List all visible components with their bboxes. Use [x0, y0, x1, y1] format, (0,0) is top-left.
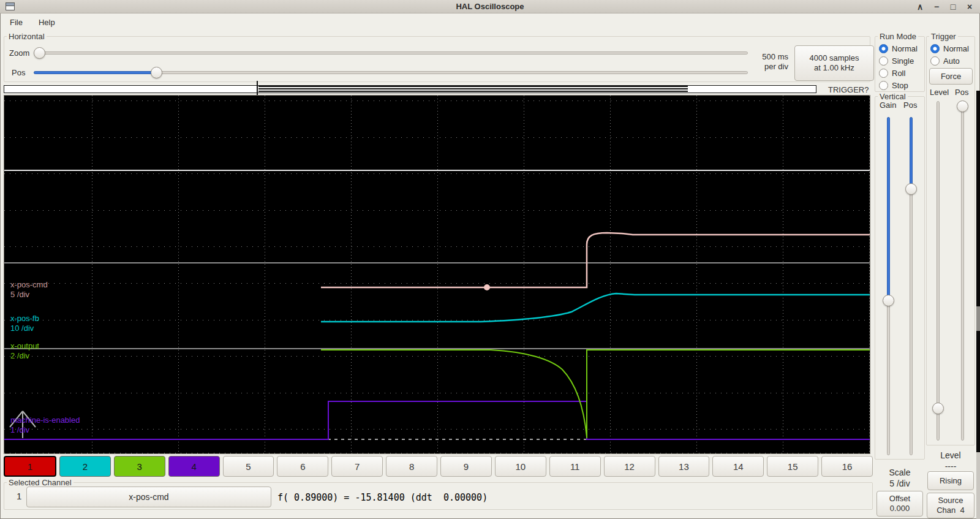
- menu-bar: File Help: [0, 14, 980, 31]
- trace-x-pos-cmd: [321, 233, 870, 287]
- horizontal-frame-label: Horizontal: [7, 32, 47, 41]
- channel-button-11[interactable]: 11: [549, 456, 601, 477]
- menu-help[interactable]: Help: [36, 16, 58, 29]
- vertical-frame: Vertical Gain Pos: [875, 96, 925, 460]
- scope-channel-label-x-pos-cmd: x-pos-cmd5 /div: [10, 280, 48, 300]
- selected-channel-number: 1: [17, 491, 21, 501]
- channel-button-16[interactable]: 16: [821, 456, 873, 477]
- scope-channel-label-machine-is-enabled: machine-is-enabled1 /div: [10, 415, 80, 435]
- gain-label: Gain: [880, 100, 896, 110]
- trigger-frame-label: Trigger: [929, 32, 958, 41]
- pos-slider-thumb[interactable]: [151, 67, 162, 78]
- channel-button-13[interactable]: 13: [658, 456, 710, 477]
- trigger-status-label: TRIGGER?: [828, 85, 869, 94]
- maximize-icon[interactable]: □: [948, 1, 959, 12]
- record-progress-fill: [258, 86, 688, 93]
- trigger-pos-slider[interactable]: [961, 101, 964, 441]
- radio-icon: [879, 56, 888, 66]
- channel-button-10[interactable]: 10: [495, 456, 546, 477]
- horizontal-frame: Horizontal Zoom Pos: [4, 36, 870, 82]
- channel-button-8[interactable]: 8: [386, 456, 437, 477]
- sample-cursor-dot: [484, 284, 490, 290]
- channel-button-15[interactable]: 15: [767, 456, 818, 477]
- channel-value-readout: f( 0.89000) = -15.81400 (ddt 0.00000): [277, 492, 488, 503]
- selected-channel-frame: Selected Channel 1 x-pos-cmd f( 0.89000)…: [4, 482, 873, 510]
- force-button[interactable]: Force: [929, 68, 973, 85]
- trigger-pos-label: Pos: [955, 88, 968, 97]
- scale-readout: Scale 5 /div: [875, 467, 925, 489]
- channel-button-5[interactable]: 5: [223, 456, 274, 477]
- channel-button-12[interactable]: 12: [604, 456, 655, 477]
- channel-selector-row: 12345678910111213141516: [4, 456, 873, 477]
- radio-label: Single: [892, 56, 914, 66]
- radio-icon: [930, 56, 940, 66]
- trigger-level-slider-thumb[interactable]: [932, 403, 944, 414]
- menu-file[interactable]: File: [7, 16, 25, 29]
- selected-channel-frame-label: Selected Channel: [7, 478, 74, 487]
- record-progress-bar: [4, 85, 816, 93]
- time-per-div-readout: 500 ms per div: [750, 52, 788, 72]
- radio-label: Stop: [892, 81, 908, 90]
- window-icon: [6, 2, 15, 10]
- scope-channel-label-x-pos-fb: x-pos-fb10 /div: [10, 314, 39, 333]
- vertical-pos-slider-thumb[interactable]: [905, 183, 917, 195]
- radio-label: Normal: [892, 44, 918, 53]
- channel-button-7[interactable]: 7: [331, 456, 383, 477]
- channel-button-4[interactable]: 4: [168, 456, 220, 477]
- background-window-sliver: [976, 91, 980, 519]
- vertical-pos-slider-fill: [910, 117, 913, 189]
- trigger-frame: Trigger NormalAuto Force Level Pos: [926, 36, 975, 445]
- trace-machine-is-enabled: [4, 401, 870, 439]
- vertical-frame-label: Vertical: [878, 92, 908, 101]
- trigger-level-slider[interactable]: [937, 101, 940, 441]
- waveform-plot: [4, 96, 870, 453]
- close-icon[interactable]: ×: [964, 1, 975, 12]
- zoom-slider[interactable]: [34, 51, 748, 55]
- trigger-level-label: Level: [930, 88, 949, 97]
- trace-x-pos-fb: [321, 294, 870, 322]
- channel-button-14[interactable]: 14: [712, 456, 764, 477]
- channel-button-9[interactable]: 9: [440, 456, 492, 477]
- gain-slider-thumb[interactable]: [883, 295, 894, 306]
- window-title: HAL Oscilloscope: [0, 2, 980, 11]
- channel-button-1[interactable]: 1: [4, 456, 56, 477]
- trace-x-output: [321, 350, 870, 438]
- run-mode-option-single[interactable]: Single: [875, 55, 924, 67]
- run-mode-frame: Run Mode NormalSingleRollStop: [875, 36, 925, 92]
- scope-channel-label-x-output: x-output2 /div: [10, 341, 39, 361]
- run-mode-frame-label: Run Mode: [878, 32, 918, 41]
- scope-display: x-pos-cmd5 /divx-pos-fb10 /divx-output2 …: [4, 95, 870, 454]
- trigger-source-button[interactable]: Source Chan 4: [927, 493, 974, 518]
- minimize-icon[interactable]: −: [931, 1, 942, 12]
- radio-label: Normal: [943, 44, 969, 53]
- channel-button-2[interactable]: 2: [59, 456, 111, 477]
- trigger-level-readout: Level ----: [926, 450, 975, 472]
- run-mode-option-stop[interactable]: Stop: [875, 79, 924, 91]
- channel-button-6[interactable]: 6: [277, 456, 328, 477]
- vertical-pos-label: Pos: [903, 100, 917, 110]
- offset-button[interactable]: Offset 0.000: [876, 491, 923, 517]
- gain-slider-fill: [887, 117, 890, 301]
- run-mode-option-normal[interactable]: Normal: [875, 42, 924, 55]
- radio-icon: [879, 81, 888, 90]
- trigger-mode-option-normal[interactable]: Normal: [927, 42, 974, 55]
- radio-label: Roll: [892, 69, 905, 78]
- radio-icon: [930, 44, 940, 53]
- channel-button-3[interactable]: 3: [114, 456, 165, 477]
- radio-icon: [879, 44, 888, 53]
- zoom-label: Zoom: [9, 48, 29, 58]
- radio-icon: [879, 69, 888, 78]
- shade-icon[interactable]: ∧: [914, 1, 925, 12]
- trigger-mode-option-auto[interactable]: Auto: [927, 55, 974, 67]
- trigger-pos-slider-thumb[interactable]: [957, 100, 968, 112]
- selected-channel-name-button[interactable]: x-pos-cmd: [26, 487, 271, 507]
- rising-button[interactable]: Rising: [927, 471, 974, 490]
- radio-label: Auto: [943, 56, 960, 66]
- pos-label: Pos: [12, 68, 25, 77]
- run-mode-option-roll[interactable]: Roll: [875, 67, 924, 79]
- title-bar: HAL Oscilloscope ∧ − □ ×: [0, 0, 980, 13]
- samples-button[interactable]: 4000 samples at 1.00 kHz: [794, 45, 874, 81]
- pos-slider-fill: [34, 71, 157, 74]
- zoom-slider-thumb[interactable]: [34, 47, 45, 59]
